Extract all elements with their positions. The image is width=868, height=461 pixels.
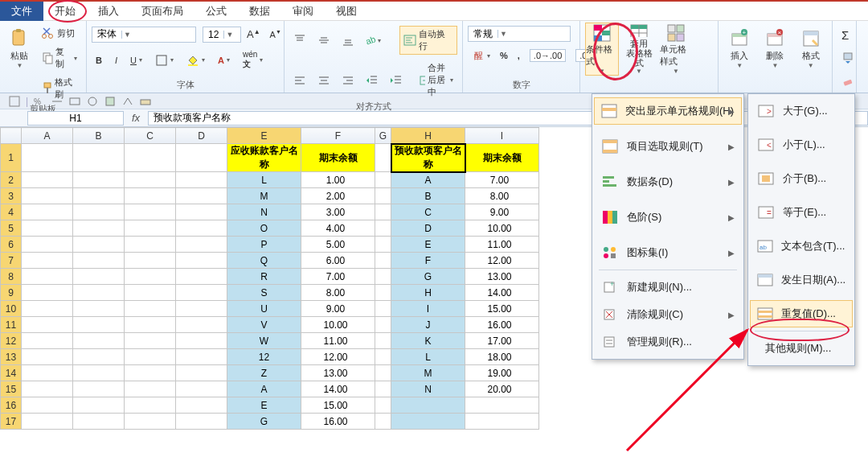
cell[interactable]: 13.00 bbox=[301, 365, 375, 381]
cell[interactable] bbox=[125, 397, 176, 414]
cell[interactable] bbox=[375, 204, 391, 220]
cell[interactable] bbox=[22, 172, 73, 188]
cell[interactable] bbox=[125, 414, 176, 430]
tab-start[interactable]: 开始 bbox=[43, 2, 87, 21]
row-header[interactable]: 4 bbox=[1, 204, 22, 220]
bold-button[interactable]: B bbox=[92, 53, 106, 68]
col-header[interactable]: G bbox=[375, 128, 391, 144]
qat-icon-5[interactable] bbox=[86, 95, 99, 108]
cell[interactable] bbox=[375, 144, 391, 172]
cell[interactable]: 16.00 bbox=[301, 414, 375, 430]
cell[interactable]: M bbox=[391, 365, 465, 381]
select-all-corner[interactable] bbox=[1, 128, 22, 144]
tab-review[interactable]: 审阅 bbox=[281, 2, 325, 21]
col-header[interactable]: F bbox=[301, 128, 375, 144]
conditional-format-button[interactable]: 条件格式 ▼ bbox=[585, 23, 619, 76]
row-header[interactable]: 6 bbox=[1, 237, 22, 253]
cell[interactable]: 8.00 bbox=[301, 285, 375, 301]
cell[interactable]: 15.00 bbox=[465, 301, 539, 317]
qat-icon-4[interactable] bbox=[68, 95, 81, 108]
cell[interactable]: 期末余额 bbox=[465, 144, 539, 172]
cell[interactable]: M bbox=[227, 188, 301, 204]
cell[interactable] bbox=[465, 397, 539, 414]
cell[interactable] bbox=[375, 269, 391, 285]
cell[interactable]: P bbox=[227, 237, 301, 253]
cell[interactable] bbox=[73, 172, 125, 188]
align-center-button[interactable] bbox=[313, 72, 334, 89]
cell[interactable]: N bbox=[391, 381, 465, 397]
cell[interactable] bbox=[176, 237, 227, 253]
insert-cells-button[interactable]: + 插入▼ bbox=[723, 23, 755, 76]
cell[interactable]: 5.00 bbox=[301, 237, 375, 253]
fill-color-button[interactable]: ▾ bbox=[182, 51, 209, 69]
menu-clear-rules[interactable]: 清除规则(C)▶ bbox=[594, 301, 742, 328]
cell[interactable]: S bbox=[227, 285, 301, 301]
row-header[interactable]: 10 bbox=[1, 301, 22, 317]
cell[interactable] bbox=[73, 365, 125, 381]
cell[interactable] bbox=[375, 349, 391, 365]
cell[interactable]: 17.00 bbox=[465, 333, 539, 349]
cell[interactable] bbox=[125, 172, 176, 188]
table-format-button[interactable]: 套用 表格格式 ▼ bbox=[622, 23, 656, 76]
cell[interactable] bbox=[375, 365, 391, 381]
cell[interactable]: 11.00 bbox=[301, 333, 375, 349]
row-header[interactable]: 8 bbox=[1, 269, 22, 285]
increase-decimal-button[interactable]: .0→.00 bbox=[526, 47, 570, 64]
tab-insert[interactable]: 插入 bbox=[87, 2, 130, 21]
cell[interactable]: 1.00 bbox=[301, 172, 375, 188]
delete-cells-button[interactable]: × 删除▼ bbox=[759, 23, 791, 76]
menu-other-rules[interactable]: 其他规则(M)... bbox=[750, 335, 853, 362]
cell[interactable]: E bbox=[227, 397, 301, 414]
cell[interactable]: 14.00 bbox=[301, 381, 375, 397]
cell[interactable]: Q bbox=[227, 253, 301, 269]
tab-layout[interactable]: 页面布局 bbox=[130, 2, 194, 21]
wrap-text-button[interactable]: 自动换行 bbox=[399, 26, 457, 55]
increase-font-button[interactable]: A▲ bbox=[243, 26, 264, 43]
row-header[interactable]: 2 bbox=[1, 172, 22, 188]
cell[interactable] bbox=[73, 253, 125, 269]
cell[interactable]: V bbox=[227, 317, 301, 333]
cell[interactable] bbox=[125, 220, 176, 237]
menu-top-bottom-rules[interactable]: 项目选取规则(T)▶ bbox=[594, 133, 742, 160]
cell[interactable] bbox=[22, 144, 73, 172]
cell[interactable]: 8.00 bbox=[465, 188, 539, 204]
cell[interactable] bbox=[176, 349, 227, 365]
cell[interactable]: 12.00 bbox=[301, 349, 375, 365]
cell[interactable]: 10.00 bbox=[301, 317, 375, 333]
cell[interactable] bbox=[73, 144, 125, 172]
font-size-combo[interactable]: 12▼ bbox=[203, 27, 241, 43]
align-top-button[interactable] bbox=[289, 31, 310, 49]
font-name-combo[interactable]: 宋体▼ bbox=[92, 27, 196, 43]
cell[interactable] bbox=[22, 188, 73, 204]
cell[interactable] bbox=[125, 333, 176, 349]
cell[interactable]: 19.00 bbox=[465, 365, 539, 381]
fx-icon[interactable]: fx bbox=[124, 112, 148, 124]
cell[interactable] bbox=[176, 269, 227, 285]
menu-icon-sets[interactable]: 图标集(I)▶ bbox=[594, 239, 742, 266]
paste-button[interactable]: 粘贴 ▼ bbox=[5, 23, 35, 76]
col-header[interactable]: C bbox=[125, 128, 176, 144]
cell[interactable]: 18.00 bbox=[465, 349, 539, 365]
cell[interactable] bbox=[22, 381, 73, 397]
cell[interactable] bbox=[375, 188, 391, 204]
accounting-format-button[interactable]: 醒▾ bbox=[468, 47, 494, 64]
cell[interactable]: A bbox=[391, 172, 465, 188]
cell[interactable] bbox=[22, 333, 73, 349]
italic-button[interactable]: I bbox=[111, 53, 121, 68]
cell[interactable] bbox=[125, 144, 176, 172]
cell[interactable]: G bbox=[227, 414, 301, 430]
align-right-button[interactable] bbox=[338, 72, 358, 89]
cell[interactable] bbox=[73, 317, 125, 333]
row-header[interactable]: 9 bbox=[1, 285, 22, 301]
cell[interactable] bbox=[176, 285, 227, 301]
cell[interactable] bbox=[465, 414, 539, 430]
menu-color-scales[interactable]: 色阶(S)▶ bbox=[594, 204, 742, 231]
cell[interactable]: 2.00 bbox=[301, 188, 375, 204]
cell[interactable] bbox=[73, 349, 125, 365]
cell[interactable] bbox=[73, 204, 125, 220]
cell[interactable] bbox=[375, 381, 391, 397]
cell[interactable]: 15.00 bbox=[301, 397, 375, 414]
row-header[interactable]: 15 bbox=[1, 381, 22, 397]
increase-indent-button[interactable] bbox=[386, 72, 407, 89]
cell[interactable] bbox=[125, 349, 176, 365]
